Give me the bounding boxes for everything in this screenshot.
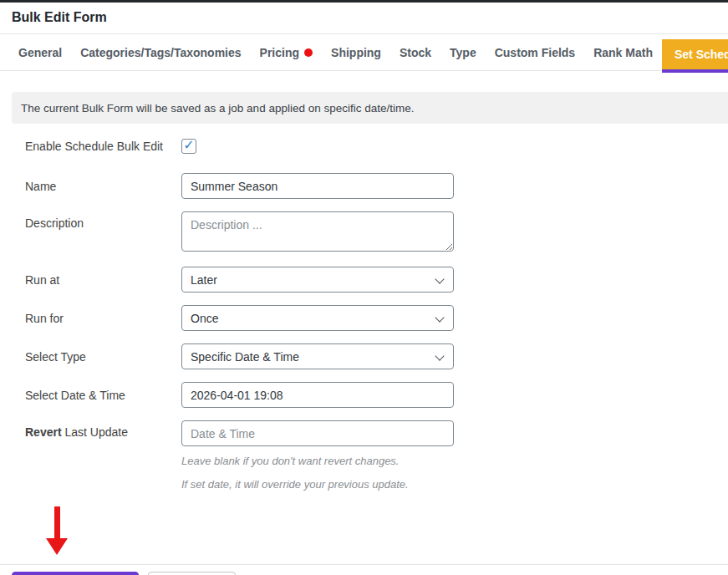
tab-shipping[interactable]: Shipping <box>322 34 390 70</box>
run-at-selected-value: Later <box>191 273 217 287</box>
page-title: Bulk Edit Form <box>12 10 107 24</box>
description-textarea[interactable] <box>181 211 454 252</box>
tab-custom-fields[interactable]: Custom Fields <box>486 34 584 70</box>
revert-label: Revert Last Update <box>25 420 181 439</box>
run-for-label: Run for <box>25 312 181 325</box>
run-for-row: Run for Once <box>25 305 728 331</box>
select-datetime-input[interactable] <box>181 382 454 408</box>
description-row: Description <box>25 211 728 254</box>
select-datetime-row: Select Date & Time <box>25 382 728 408</box>
revert-datetime-input[interactable] <box>181 420 454 446</box>
run-at-select[interactable]: Later <box>181 267 454 293</box>
enable-schedule-checkbox[interactable]: ✓ <box>181 139 196 154</box>
enable-schedule-label: Enable Schedule Bulk Edit <box>25 140 181 153</box>
revert-help-1: Leave blank if you don't want revert cha… <box>181 455 454 467</box>
name-row: Name <box>25 173 728 199</box>
tab-general[interactable]: General <box>9 34 71 70</box>
annotation-zone <box>0 503 728 564</box>
tab-type[interactable]: Type <box>440 34 486 70</box>
reset-form-button[interactable]: Reset Form <box>148 572 237 575</box>
tab-set-schedule[interactable]: Set Schedule <box>662 39 728 73</box>
name-label: Name <box>25 180 181 193</box>
tab-stock[interactable]: Stock <box>390 34 440 70</box>
schedule-form: Enable Schedule Bulk Edit ✓ Name Descrip… <box>0 124 728 491</box>
run-for-select[interactable]: Once <box>181 305 454 331</box>
name-input[interactable] <box>181 173 454 199</box>
revert-help-2: If set date, it will override your previ… <box>181 478 454 491</box>
select-type-label: Select Type <box>25 350 181 364</box>
select-datetime-label: Select Date & Time <box>25 389 181 402</box>
check-icon: ✓ <box>183 139 194 152</box>
info-notice: The current Bulk Form will be saved as a… <box>12 92 728 124</box>
revert-row: Revert Last Update Leave blank if you do… <box>25 420 728 491</box>
info-notice-text: The current Bulk Form will be saved as a… <box>21 102 415 114</box>
tab-pricing[interactable]: Pricing <box>251 34 322 70</box>
tab-categories-tags-taxonomies[interactable]: Categories/Tags/Taxonomies <box>71 34 250 70</box>
tab-bar: General Categories/Tags/Taxonomies Prici… <box>0 34 728 71</box>
run-at-row: Run at Later <box>25 267 728 293</box>
description-label: Description <box>25 211 181 230</box>
pricing-alert-dot-icon <box>304 48 313 57</box>
select-type-select[interactable]: Specific Date & Time <box>181 343 454 369</box>
select-type-row: Select Type Specific Date & Time <box>25 343 728 369</box>
select-type-selected-value: Specific Date & Time <box>191 350 299 364</box>
run-for-selected-value: Once <box>191 312 218 325</box>
page-header: Bulk Edit Form <box>0 3 728 34</box>
form-footer: Schedule Bulk Edit Reset Form <box>0 564 728 575</box>
tab-rank-math[interactable]: Rank Math <box>584 34 662 70</box>
enable-schedule-row: Enable Schedule Bulk Edit ✓ <box>25 139 728 154</box>
run-at-label: Run at <box>25 273 181 287</box>
red-arrow-down-icon <box>44 506 69 555</box>
schedule-bulk-edit-button[interactable]: Schedule Bulk Edit <box>12 572 139 575</box>
